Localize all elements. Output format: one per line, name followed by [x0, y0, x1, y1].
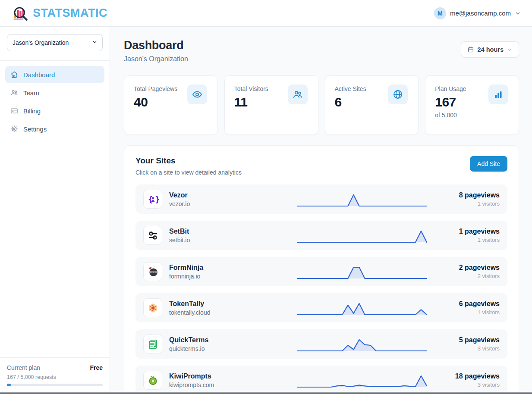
usage-progress-bar: [7, 384, 103, 386]
chevron-down-icon: [515, 10, 521, 16]
user-menu[interactable]: M me@jasoncamp.com: [434, 7, 521, 19]
stat-card-total-visitors: Total Visitors11: [224, 75, 318, 135]
home-icon: [10, 71, 18, 78]
stat-card-plan-usage: Plan Usage167of 5,000: [425, 75, 519, 135]
setbit-favicon-icon: [143, 226, 162, 245]
sites-subtitle: Click on a site to view detailed analyti…: [135, 169, 242, 176]
site-name: FormNinja: [169, 264, 297, 272]
site-sparkline-chart: [297, 369, 427, 391]
page-subtitle: Jason's Organization: [124, 55, 188, 63]
time-range-button[interactable]: 24 hours: [461, 41, 519, 58]
screen-bottom-edge: [0, 392, 532, 394]
brand: STATSMATIC: [11, 4, 107, 22]
org-selector-box: Jason's Organization: [0, 27, 110, 61]
site-pageviews: 6 pageviews: [437, 300, 500, 308]
top-header: STATSMATIC M me@jasoncamp.com: [0, 0, 532, 27]
your-sites-card: Your Sites Click on a site to view detai…: [124, 145, 519, 394]
plan-box: Current plan Free 167 / 5,000 requests: [0, 357, 110, 394]
site-sparkline-chart: [297, 188, 427, 210]
billing-icon: [10, 107, 18, 115]
chevron-down-icon: [507, 47, 513, 53]
stats-grid: Total Pageviews40Total Visitors11Active …: [124, 75, 519, 135]
plan-usage-text: 167 / 5,000 requests: [7, 374, 103, 380]
brand-name: STATSMATIC: [33, 6, 107, 20]
site-row-vezor[interactable]: {}Vezorvezor.io8 pageviews1 visitors: [135, 184, 507, 214]
vezor-favicon-icon: {}: [143, 190, 162, 209]
site-visitors: 3 visitors: [437, 381, 500, 388]
site-name: SetBit: [169, 228, 297, 235]
main-content: Dashboard Jason's Organization 24 hours …: [110, 27, 532, 394]
sidebar-item-label: Settings: [23, 125, 47, 133]
site-row-tokentally[interactable]: TokenTallytokentally.cloud6 pageviews1 v…: [135, 293, 507, 322]
site-row-formninja[interactable]: FormNinjaformninja.io2 pageviews2 visito…: [135, 257, 507, 286]
site-pageviews: 5 pageviews: [437, 336, 500, 344]
sidebar: Jason's Organization DashboardTeamBillin…: [0, 27, 110, 394]
stat-sub: of 5,000: [435, 112, 509, 119]
site-row-kiwiprompts[interactable]: KiwiPromptskiwiprompts.com18 pageviews3 …: [135, 366, 507, 394]
tokentally-favicon-icon: [143, 298, 162, 317]
site-sparkline-chart: [297, 260, 427, 283]
organization-select[interactable]: Jason's Organization: [7, 34, 103, 51]
site-name: QuickTerms: [169, 336, 297, 344]
sites-title: Your Sites: [135, 156, 242, 166]
site-list: {}Vezorvezor.io8 pageviews1 visitorsSetB…: [135, 184, 507, 394]
eye-icon: [187, 84, 207, 104]
site-domain: formninja.io: [169, 273, 297, 280]
site-name: TokenTally: [169, 300, 297, 308]
plan-name: Free: [90, 364, 103, 371]
site-sparkline-chart: [297, 333, 427, 355]
site-row-quickterms[interactable]: QuickTermsquickterms.io5 pageviews3 visi…: [135, 329, 507, 359]
sidebar-item-team[interactable]: Team: [5, 84, 104, 101]
add-site-button[interactable]: Add Site: [470, 156, 507, 172]
site-pageviews: 2 pageviews: [437, 264, 500, 272]
sidebar-item-label: Team: [23, 89, 39, 97]
site-domain: tokentally.cloud: [169, 309, 297, 316]
site-visitors: 1 visitors: [437, 309, 500, 316]
sidebar-item-dashboard[interactable]: Dashboard: [5, 66, 104, 83]
site-name: KiwiPrompts: [169, 372, 297, 380]
svg-text:}: }: [155, 195, 159, 203]
usage-icon: [488, 84, 508, 104]
sidebar-nav: DashboardTeamBillingSettings: [0, 61, 110, 357]
site-sparkline-chart: [297, 297, 427, 319]
settings-icon: [10, 125, 18, 133]
time-range-label: 24 hours: [478, 46, 504, 53]
usage-progress-fill: [7, 384, 11, 386]
user-email: me@jasoncamp.com: [450, 9, 511, 17]
site-domain: kiwiprompts.com: [169, 381, 297, 388]
site-sparkline-chart: [297, 224, 427, 247]
svg-text:{: {: [148, 195, 153, 203]
site-pageviews: 8 pageviews: [437, 191, 500, 199]
kiwiprompts-favicon-icon: [143, 371, 162, 390]
site-domain: vezor.io: [169, 200, 297, 207]
site-visitors: 1 visitors: [437, 200, 500, 207]
sidebar-item-label: Billing: [23, 107, 41, 115]
avatar: M: [434, 7, 446, 19]
quickterms-favicon-icon: [143, 335, 162, 353]
site-domain: setbit.io: [169, 237, 297, 244]
site-row-setbit[interactable]: SetBitsetbit.io1 pageviews1 visitors: [135, 221, 507, 250]
formninja-favicon-icon: [143, 262, 162, 281]
site-pageviews: 1 pageviews: [437, 228, 500, 235]
site-visitors: 1 visitors: [437, 237, 500, 243]
sidebar-item-billing[interactable]: Billing: [5, 102, 104, 119]
sidebar-item-settings[interactable]: Settings: [5, 120, 104, 138]
current-plan-label: Current plan: [7, 364, 40, 371]
site-visitors: 3 visitors: [437, 345, 500, 352]
calendar-icon: [467, 46, 474, 53]
site-visitors: 2 visitors: [437, 273, 500, 279]
statsmatic-logo-icon: [11, 4, 29, 22]
team-icon: [10, 89, 18, 97]
site-pageviews: 18 pageviews: [437, 372, 500, 380]
site-name: Vezor: [169, 191, 297, 199]
globe-icon: [388, 84, 408, 104]
stat-card-active-sites: Active Sites6: [325, 75, 419, 135]
page-title: Dashboard: [124, 39, 188, 52]
site-domain: quickterms.io: [169, 345, 297, 352]
sidebar-item-label: Dashboard: [23, 71, 55, 78]
stat-card-total-pageviews: Total Pageviews40: [124, 75, 218, 135]
visitors-icon: [288, 84, 308, 104]
